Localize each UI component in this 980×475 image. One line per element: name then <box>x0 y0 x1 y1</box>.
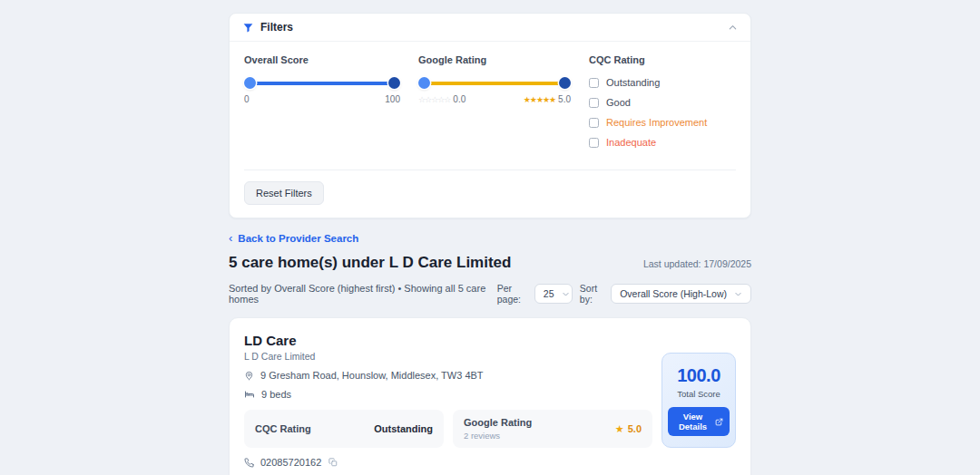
overall-score-filter: Overall Score 0 100 <box>244 54 400 157</box>
location-pin-icon <box>244 371 254 381</box>
sort-by-value: Overall Score (High-Low) <box>620 288 727 299</box>
care-home-phone: 02085720162 <box>260 457 321 468</box>
overall-score-max: 100 <box>385 94 400 104</box>
care-home-provider: L D Care Limited <box>244 351 652 362</box>
back-to-provider-search-link[interactable]: ‹ Back to Provider Search <box>229 232 751 244</box>
google-rating-max: 5.0 <box>558 94 571 104</box>
sort-by-select[interactable]: Overall Score (High-Low) <box>611 284 751 304</box>
sort-by-label: Sort by: <box>580 283 603 305</box>
google-rating-label: Google Rating <box>418 54 571 65</box>
checkbox-inadequate[interactable] <box>589 138 599 148</box>
chevron-up-icon[interactable] <box>728 23 738 33</box>
total-score-label: Total Score <box>668 389 730 399</box>
care-home-card-ld-care: LD Care L D Care Limited 9 Gresham Road,… <box>229 317 751 475</box>
cqc-rating-filter: CQC Rating Outstanding Good Requires Imp… <box>589 54 736 157</box>
care-home-name: LD Care <box>244 333 652 348</box>
filled-stars-icon: ★★★★★ <box>524 95 555 104</box>
google-rating-box: Google Rating 2 reviews ★ 5.0 <box>453 410 652 448</box>
phone-row: 02085720162 <box>244 457 652 468</box>
cqc-option-label: Good <box>606 97 631 108</box>
total-score-box: 100.0 Total Score View Details <box>662 353 736 448</box>
cqc-option-outstanding[interactable]: Outstanding <box>589 77 736 88</box>
cqc-rating-value: Outstanding <box>374 423 433 434</box>
cqc-option-requires-improvement[interactable]: Requires Improvement <box>589 117 736 128</box>
overall-score-max-handle[interactable] <box>388 77 400 89</box>
last-updated-text: Last updated: 17/09/2025 <box>643 258 751 269</box>
filter-funnel-icon <box>242 22 254 34</box>
total-score-value: 100.0 <box>668 365 730 386</box>
google-rating-slider[interactable] <box>420 77 569 89</box>
google-rating-min-handle[interactable] <box>418 77 430 89</box>
google-reviews-count: 2 reviews <box>464 431 532 441</box>
cqc-option-label: Inadequate <box>606 137 656 148</box>
overall-score-min: 0 <box>244 94 250 104</box>
cqc-option-label: Requires Improvement <box>606 117 707 128</box>
care-home-address: 9 Gresham Road, Hounslow, Middlesex, TW3… <box>260 370 484 381</box>
view-details-label: View Details <box>674 412 711 431</box>
chevron-down-icon <box>562 290 570 298</box>
reset-filters-button[interactable]: Reset Filters <box>244 181 324 205</box>
google-rating-value: 5.0 <box>628 423 642 434</box>
page-title: 5 care home(s) under L D Care Limited <box>229 254 511 272</box>
cqc-rating-box: CQC Rating Outstanding <box>244 410 444 448</box>
google-rating-box-label: Google Rating <box>464 417 532 428</box>
back-link-label: Back to Provider Search <box>238 233 358 244</box>
per-page-label: Per page: <box>497 283 527 305</box>
google-rating-filter: Google Rating ☆☆☆☆☆ 0.0 ★★★★★ 5.0 <box>418 54 571 157</box>
cqc-rating-box-label: CQC Rating <box>255 423 311 434</box>
back-chevron-icon: ‹ <box>229 232 232 244</box>
filters-title: Filters <box>260 21 293 34</box>
checkbox-outstanding[interactable] <box>589 78 599 88</box>
sorted-summary-text: Sorted by Overall Score (highest first) … <box>229 283 497 305</box>
bed-icon <box>244 389 255 400</box>
checkbox-requires-improvement[interactable] <box>589 118 599 128</box>
care-home-beds: 9 beds <box>261 389 291 400</box>
overall-score-slider[interactable] <box>246 77 398 89</box>
checkbox-good[interactable] <box>589 98 599 108</box>
phone-icon <box>244 458 254 468</box>
per-page-value: 25 <box>544 288 554 299</box>
google-rating-min: 0.0 <box>453 94 466 104</box>
google-rating-max-handle[interactable] <box>559 77 571 89</box>
beds-row: 9 beds <box>244 389 652 400</box>
view-details-button[interactable]: View Details <box>668 407 730 436</box>
chevron-down-icon <box>734 290 742 298</box>
address-row: 9 Gresham Road, Hounslow, Middlesex, TW3… <box>244 370 652 381</box>
cqc-rating-label: CQC Rating <box>589 54 736 65</box>
cqc-option-good[interactable]: Good <box>589 97 736 108</box>
star-icon: ★ <box>615 423 624 435</box>
empty-stars-icon: ☆☆☆☆☆ <box>418 95 450 104</box>
cqc-option-inadequate[interactable]: Inadequate <box>589 137 736 148</box>
filters-panel: Filters Overall Score 0 100 <box>229 13 751 218</box>
external-link-icon <box>715 418 723 426</box>
per-page-select[interactable]: 25 <box>534 284 573 304</box>
copy-icon[interactable] <box>328 458 338 467</box>
filters-header[interactable]: Filters <box>230 14 750 42</box>
cqc-option-label: Outstanding <box>606 77 660 88</box>
overall-score-min-handle[interactable] <box>244 77 256 89</box>
overall-score-label: Overall Score <box>244 54 400 65</box>
